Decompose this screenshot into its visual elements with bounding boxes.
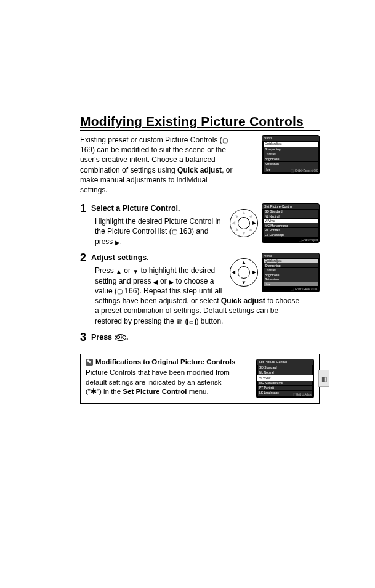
page-heading: Modifying Existing Picture Controls (80, 114, 320, 131)
screenshot-set-picture-control: Set Picture Control SD Standard NL Neutr… (262, 203, 320, 243)
format-icon: ▭ (187, 319, 196, 325)
left-arrow-icon: ◀ (153, 278, 158, 287)
info-text-2: ") in the (97, 388, 123, 395)
book-ref-icon: ▢ (117, 288, 123, 295)
step-title: Select a Picture Control. (91, 203, 180, 213)
step-number: 3 (80, 332, 91, 343)
step-title: Press OK. (91, 332, 129, 342)
delete-icon: 🗑 (176, 317, 183, 325)
asterisk-icon: ✱ (91, 388, 97, 395)
step-3: 3 Press OK. (80, 332, 320, 343)
info-bold: Set Picture Control (123, 388, 187, 395)
down-arrow-icon: ▼ (132, 267, 139, 276)
step-number: 2 (80, 253, 91, 263)
section-tab-icon: ◧ (318, 370, 329, 387)
intro-block: Vivid Quick adjust Sharpening Contrast B… (80, 135, 320, 195)
screenshot-set-picture-control-asterisk: Set Picture Control SD Standard NL Neutr… (256, 359, 314, 398)
book-ref-icon: ▢ (222, 137, 228, 144)
ok-button-icon: OK (115, 334, 127, 341)
note-icon: ✎ (86, 359, 93, 366)
right-arrow-icon: ▶ (169, 278, 174, 287)
intro-bold: Quick adjust (177, 166, 222, 174)
screenshot-vivid-adjust: Vivid Quick adjust Sharpening Contrast B… (262, 135, 320, 174)
step-1: ▲▼ ◀▶ ▲▲ ▲▲ Set Picture Control SD Stand… (80, 203, 320, 247)
multi-selector-right-icon: ▲▼ ◀▶ ▲▲ ▲▲ (230, 209, 258, 237)
step-number: 1 (80, 203, 91, 214)
multi-selector-all-icon: ▲▼ ◀▶ (230, 258, 258, 287)
book-ref-icon: ▢ (172, 228, 177, 235)
right-arrow-icon: ▶ (115, 239, 120, 247)
info-text-3: menu. (187, 388, 209, 395)
step-2: ▲▼ ◀▶ Vivid Quick adjust Sharpening Cont… (80, 253, 320, 326)
info-heading: Modifications to Original Picture Contro… (95, 357, 235, 367)
info-box-modifications: Set Picture Control SD Standard NL Neutr… (80, 354, 320, 404)
step-title: Adjust settings. (91, 253, 149, 263)
up-arrow-icon: ▲ (116, 267, 122, 276)
screenshot-vivid-adjust-2: Vivid Quick adjust Sharpening Contrast B… (262, 253, 320, 292)
intro-text-1: Existing preset or custom Picture Contro… (80, 136, 222, 144)
step-body: Highlight the desired Picture Control in… (95, 216, 224, 247)
